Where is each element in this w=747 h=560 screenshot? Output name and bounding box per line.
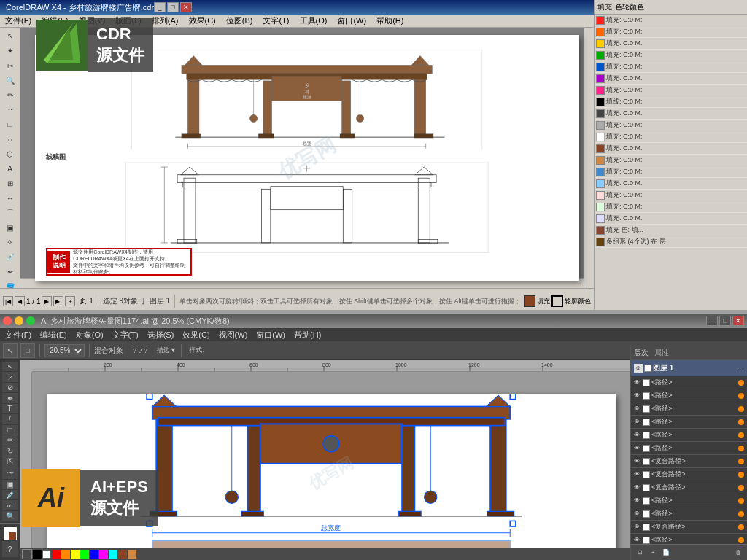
layer-vis-icon[interactable]: 👁 — [632, 392, 641, 400]
new-layer[interactable]: 📄 — [660, 547, 672, 559]
orange-swatch[interactable] — [61, 550, 70, 559]
ai-help-icon[interactable]: ? — [2, 541, 18, 557]
black-swatch[interactable] — [33, 550, 42, 559]
vertical-scrollbar[interactable] — [584, 28, 594, 288]
menu-tools[interactable]: 工具(O) — [298, 15, 330, 26]
layer-check-box[interactable] — [643, 471, 650, 478]
ai-tb-btn-2[interactable]: □ — [20, 343, 35, 358]
layer-check-box[interactable] — [643, 379, 650, 386]
green-swatch[interactable] — [80, 550, 89, 559]
ai-gradient-tool[interactable]: ▣ — [2, 480, 18, 489]
layer-vis-icon[interactable]: 👁 — [632, 470, 641, 479]
layer-check-box[interactable] — [643, 497, 650, 505]
white-swatch[interactable] — [42, 550, 51, 559]
ai-min-btn[interactable]: _ — [706, 316, 718, 326]
menu-help[interactable]: 帮助(H) — [374, 15, 406, 26]
text-tool[interactable]: A — [2, 162, 18, 176]
ai-zoom-select[interactable]: 20.5%50%100% — [44, 344, 85, 357]
layers-tab-2[interactable]: 属性 — [654, 348, 669, 358]
yellow-swatch[interactable] — [71, 550, 80, 559]
minimize-btn-yellow[interactable] — [15, 316, 23, 325]
menu-file[interactable]: 文件(F) — [3, 15, 34, 26]
fill-indicator[interactable] — [4, 527, 17, 540]
ai-menu-object[interactable]: 对象(O) — [74, 330, 106, 341]
ellipse-tool[interactable]: ○ — [2, 132, 18, 146]
brown-swatch[interactable] — [118, 550, 127, 559]
magenta-swatch[interactable] — [99, 550, 108, 559]
ai-menu-view[interactable]: 视图(W) — [217, 330, 250, 341]
ai-max-btn[interactable]: □ — [719, 316, 731, 326]
layer-lock-icon[interactable] — [644, 365, 651, 372]
menu-text[interactable]: 文字(T) — [260, 15, 291, 26]
ai-direct-select[interactable]: ↗ — [2, 372, 18, 381]
fill-tool[interactable]: ▣ — [2, 221, 18, 235]
new-sublayer[interactable]: + — [647, 547, 659, 559]
layer-check-box[interactable] — [643, 524, 650, 531]
layer-check-box[interactable] — [643, 537, 650, 544]
ai-pen-tool[interactable]: ✒ — [2, 393, 18, 402]
polygon-tool[interactable]: ⬡ — [2, 147, 18, 161]
red-swatch[interactable] — [52, 550, 61, 559]
menu-bitmap[interactable]: 位图(B) — [224, 15, 255, 26]
layer-eye-icon[interactable]: 👁 — [634, 364, 643, 373]
layer-vis-icon[interactable]: 👁 — [632, 483, 641, 492]
delete-layer[interactable]: 🗑 — [732, 547, 744, 559]
outline-tool[interactable]: ✒ — [2, 265, 18, 279]
ai-menu-file[interactable]: 文件(F) — [3, 330, 34, 341]
ai-lasso-tool[interactable]: ⊘ — [2, 383, 18, 392]
ai-scale-tool[interactable]: ⇱ — [2, 456, 18, 466]
prev-page-btn[interactable]: ◀ — [15, 296, 25, 306]
menu-effects[interactable]: 效果(C) — [187, 15, 218, 26]
ai-menu-window[interactable]: 窗口(W) — [254, 330, 287, 341]
ai-tb-btn-1[interactable]: ↖ — [3, 343, 18, 358]
layers-tab-1[interactable]: 层次 — [634, 348, 649, 358]
menu-window[interactable]: 窗口(W) — [335, 15, 368, 26]
layer-options[interactable]: ⋯ — [738, 365, 744, 372]
layer-check-box[interactable] — [643, 432, 650, 439]
ai-zoom-tool[interactable]: 🔍 — [2, 511, 18, 521]
no-fill-swatch[interactable] — [22, 549, 32, 559]
layer-vis-icon[interactable]: 👁 — [632, 378, 641, 387]
layer-vis-icon[interactable]: 👁 — [632, 510, 641, 518]
layer-check-box[interactable] — [643, 484, 650, 491]
ai-question-tool[interactable]: ? — [2, 541, 18, 557]
connector-tool[interactable]: ⌒ — [2, 206, 18, 219]
maximize-btn-green[interactable] — [26, 316, 35, 325]
eyedropper-tool[interactable]: 💉 — [2, 250, 18, 264]
layer-vis-icon[interactable]: 👁 — [632, 431, 641, 440]
ai-line-tool[interactable]: / — [2, 414, 18, 424]
layer-vis-icon[interactable]: 👁 — [632, 405, 641, 413]
shape-tool[interactable]: ✦ — [2, 44, 18, 58]
ai-close-btn[interactable]: ✕ — [732, 316, 744, 326]
layer-vis-icon[interactable]: 👁 — [632, 418, 641, 427]
layer-vis-icon[interactable]: 👁 — [632, 457, 641, 466]
maximize-button[interactable]: □ — [167, 2, 179, 12]
layer-vis-icon[interactable]: 👁 — [632, 536, 641, 545]
ai-menu-select[interactable]: 选择(S) — [145, 330, 177, 341]
ai-select-tool[interactable]: ↖ — [2, 362, 18, 371]
ai-warp-tool[interactable]: 〜 — [2, 467, 18, 479]
ai-menu-help[interactable]: 帮助(H) — [292, 330, 323, 341]
next-page-btn[interactable]: ▶ — [42, 296, 52, 306]
freehand-tool[interactable]: ✏ — [2, 88, 18, 102]
ai-menu-effects[interactable]: 效果(C) — [180, 330, 212, 341]
layer-vis-icon[interactable]: 👁 — [632, 497, 641, 505]
ai-text-tool[interactable]: T — [2, 404, 18, 413]
layer-vis-icon[interactable]: 👁 — [632, 523, 641, 532]
dimension-tool[interactable]: ↔ — [2, 191, 18, 205]
ai-rect-tool[interactable]: □ — [2, 425, 18, 435]
window-divider[interactable] — [0, 310, 747, 314]
layer-vis-icon[interactable]: 👁 — [632, 444, 641, 453]
smart-draw-tool[interactable]: 〰 — [2, 103, 18, 117]
minimize-button[interactable]: _ — [154, 2, 166, 12]
interactive-tool[interactable]: ⟡ — [2, 236, 18, 249]
ai-blend-tool[interactable]: ∞ — [2, 500, 18, 510]
layer-check-box[interactable] — [643, 405, 650, 413]
blue-swatch[interactable] — [90, 550, 98, 559]
last-page-btn[interactable]: ▶| — [53, 296, 63, 306]
crop-tool[interactable]: ✂ — [2, 58, 18, 72]
layer-check-box[interactable] — [643, 419, 650, 426]
add-page-btn[interactable]: + — [65, 296, 75, 306]
first-page-btn[interactable]: |◀ — [3, 296, 13, 306]
ai-rotate-tool[interactable]: ↻ — [2, 446, 18, 456]
